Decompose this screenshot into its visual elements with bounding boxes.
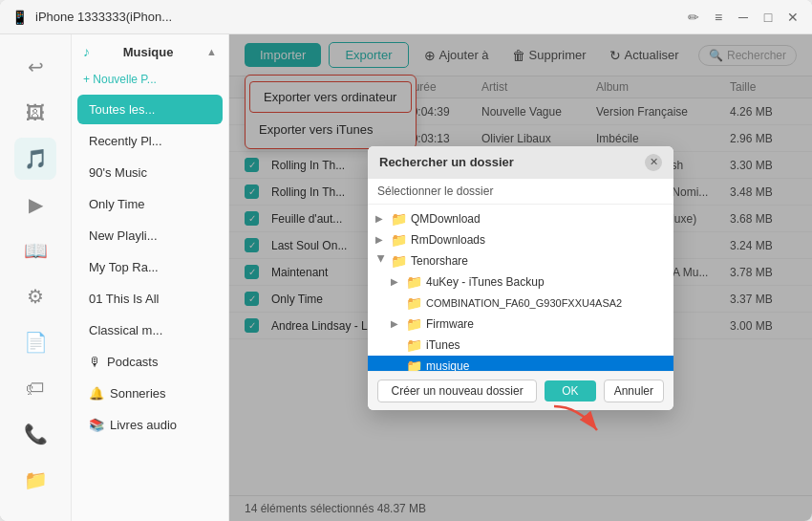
panel-header: ♪ Musique ▲	[72, 34, 228, 69]
menu-icon[interactable]: ≡	[711, 10, 726, 25]
dialog-title: Rechercher un dossier	[379, 155, 514, 169]
panel-title: Musique	[123, 45, 174, 59]
playlist-label-podcasts: Podcasts	[107, 355, 158, 369]
tree-item-rmdownloads[interactable]: ▶ 📁 RmDownloads	[368, 229, 673, 250]
window-title: iPhone 1333333(iPhon...	[35, 10, 678, 24]
sidebar-music[interactable]: 🎵	[14, 138, 56, 180]
folder-icon: 📁	[391, 253, 407, 269]
folder-icon: 📁	[406, 358, 422, 372]
sidebar-contacts[interactable]: 🏷	[14, 367, 56, 409]
tree-arrow: ▶	[391, 276, 402, 287]
folder-icon: 📁	[406, 316, 422, 332]
folder-icon: 📁	[406, 337, 422, 353]
tree-label: musique	[426, 359, 666, 372]
playlist-item-livres[interactable]: 📚 Livres audio	[77, 410, 223, 440]
tree-item-tenorshare[interactable]: ▶ 📁 Tenorshare	[368, 250, 673, 271]
tree-item-firmware[interactable]: ▶ 📁 Firmware	[368, 314, 673, 335]
tree-label: QMDownload	[411, 212, 666, 226]
sidebar-back[interactable]: ↩	[14, 46, 56, 88]
tree-label: Tenorshare	[411, 254, 666, 268]
tree-label: Firmware	[426, 317, 666, 331]
new-folder-button[interactable]: Créer un nouveau dossier	[377, 380, 537, 402]
tree-arrow: ▶	[391, 318, 402, 329]
dialog-close-button[interactable]: ✕	[645, 154, 662, 171]
book-icon: 📚	[89, 418, 104, 432]
tree-item-4ukey[interactable]: ▶ 📁 4uKey - iTunes Backup	[368, 271, 673, 293]
playlist-item-recently[interactable]: Recently Pl...	[77, 126, 223, 156]
folder-icon: 📁	[406, 274, 422, 290]
window-controls: ✏ ≡ ─ □ ✕	[686, 10, 801, 25]
sidebar-ebook[interactable]: 📖	[14, 229, 56, 271]
tree-item-musique[interactable]: 📁 musique	[368, 356, 673, 372]
tree-label: COMBINATION_FA60_G930FXXU4ASA2	[426, 297, 666, 309]
close-icon[interactable]: ✕	[785, 10, 801, 25]
folder-tree: ▶ 📁 QMDownload ▶ 📁 RmDownloads ▶	[368, 205, 673, 372]
bell-icon: 🔔	[89, 386, 104, 401]
sidebar-photos[interactable]: 🖼	[14, 92, 56, 134]
sidebar-phone[interactable]: 📞	[14, 413, 56, 455]
dialog-footer: Créer un nouveau dossier OK Annuler	[368, 372, 673, 410]
sidebar-folder[interactable]: 📁	[14, 459, 56, 501]
tree-arrow: ▶	[376, 255, 387, 267]
tree-arrow: ▶	[375, 234, 387, 245]
sidebar-apps[interactable]: ⚙	[14, 275, 56, 317]
folder-icon: 📁	[406, 295, 422, 311]
tree-label: RmDownloads	[411, 233, 666, 247]
phone-icon: 📱	[11, 10, 28, 25]
playlist-item-new[interactable]: New Playli...	[77, 221, 223, 250]
sidebar-video[interactable]: ▶	[14, 184, 56, 226]
playlist-item-all[interactable]: Toutes les...	[77, 95, 223, 124]
playlist-item-onlytime[interactable]: Only Time	[77, 189, 223, 219]
tree-item-combination[interactable]: 📁 COMBINATION_FA60_G930FXXU4ASA2	[368, 293, 673, 314]
edit-icon[interactable]: ✏	[686, 10, 701, 25]
ok-button[interactable]: OK	[545, 380, 595, 402]
playlist-item-classical[interactable]: Classical m...	[77, 315, 223, 345]
folder-icon: 📁	[391, 232, 407, 248]
tree-label: 4uKey - iTunes Backup	[426, 275, 666, 289]
playlist-label-sonneries: Sonneries	[110, 386, 166, 401]
folder-browser-dialog: Rechercher un dossier ✕ Sélectionner le …	[368, 146, 673, 410]
minimize-icon[interactable]: ─	[736, 10, 751, 25]
main-window: 📱 iPhone 1333333(iPhon... ✏ ≡ ─ □ ✕ ↩ 🖼 …	[0, 0, 812, 521]
left-panel: ♪ Musique ▲ + Nouvelle P... Toutes les..…	[72, 34, 229, 521]
playlist-item-podcasts[interactable]: 🎙 Podcasts	[77, 347, 223, 377]
titlebar: 📱 iPhone 1333333(iPhon... ✏ ≡ ─ □ ✕	[0, 0, 812, 34]
playlist-label-livres: Livres audio	[110, 418, 177, 432]
new-playlist-btn[interactable]: + Nouvelle P...	[72, 69, 228, 94]
dialog-titlebar: Rechercher un dossier ✕	[368, 146, 673, 179]
dialog-subtitle: Sélectionner le dossier	[368, 179, 673, 205]
maximize-icon[interactable]: □	[760, 10, 776, 25]
playlist-item-sonneries[interactable]: 🔔 Sonneries	[77, 379, 223, 408]
folder-icon: 📁	[391, 211, 407, 227]
playlist-item-top[interactable]: My Top Ra...	[77, 252, 223, 282]
sidebar-files[interactable]: 📄	[14, 321, 56, 363]
tree-label: iTunes	[426, 338, 666, 352]
sidebar: ↩ 🖼 🎵 ▶ 📖 ⚙ 📄 🏷 📞 📁	[0, 34, 72, 521]
dialog-overlay: Rechercher un dossier ✕ Sélectionner le …	[229, 34, 812, 521]
cancel-button[interactable]: Annuler	[604, 380, 664, 402]
playlist-item-01[interactable]: 01 This Is All	[77, 284, 223, 314]
main-layout: ↩ 🖼 🎵 ▶ 📖 ⚙ 📄 🏷 📞 📁 ♪ Musique ▲ + Nouvel…	[0, 34, 812, 521]
collapse-arrow[interactable]: ▲	[206, 46, 217, 57]
tree-arrow: ▶	[375, 213, 387, 224]
music-note-icon: ♪	[83, 44, 90, 59]
content-area: Importer Exporter ⊕ Ajouter à 🗑 Supprime…	[229, 34, 812, 521]
tree-item-itunes[interactable]: 📁 iTunes	[368, 335, 673, 356]
podcast-icon: 🎙	[89, 355, 101, 369]
tree-item-qmdownload[interactable]: ▶ 📁 QMDownload	[368, 208, 673, 229]
playlist-item-90s[interactable]: 90's Music	[77, 158, 223, 187]
